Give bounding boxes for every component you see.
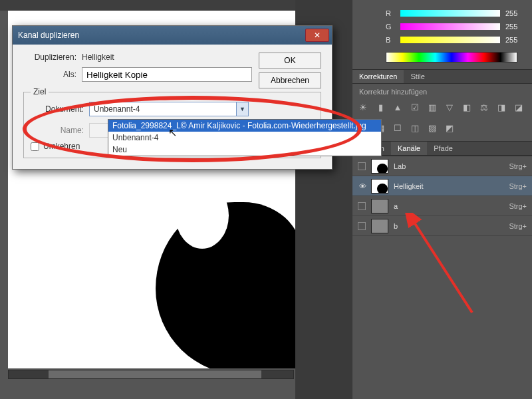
channel-name: Lab	[394, 162, 509, 170]
spectrum-bar[interactable]	[386, 52, 517, 63]
duplicate-label: Duplizieren:	[23, 53, 76, 62]
ok-button[interactable]: OK	[259, 53, 321, 68]
channel-shortcut: Strg+	[509, 202, 527, 210]
document-row: Dokument: Unbenannt-4 ▼ Fotolia_2998824_…	[31, 102, 314, 116]
adjust-icon[interactable]: ▽	[444, 102, 455, 113]
visibility-checkbox[interactable]	[358, 222, 366, 230]
dialog-titlebar[interactable]: Kanal duplizieren ✕	[13, 26, 332, 45]
close-button[interactable]: ✕	[305, 29, 329, 42]
rgb-slider-b[interactable]	[400, 37, 500, 43]
tab-kanaele[interactable]: Kanäle	[391, 142, 427, 155]
channel-shortcut: Strg+	[509, 222, 527, 230]
dropdown-option[interactable]: Fotolia_2998824_L© Amir Kaljikovic - Fot…	[108, 120, 381, 132]
channel-row-lab[interactable]: Lab Strg+	[352, 156, 532, 176]
canvas-tabstrip	[0, 0, 295, 11]
adjust-icon[interactable]: ☑	[410, 102, 420, 113]
adjustments-heading: Korrektur hinzufügen	[352, 84, 532, 100]
tab-stile[interactable]: Stile	[404, 70, 431, 83]
adjust-icon[interactable]: ◪	[513, 102, 524, 113]
combo-value: Unbenannt-4	[90, 104, 236, 114]
fieldset-legend: Ziel	[31, 87, 49, 96]
rgb-value[interactable]: 255	[505, 36, 525, 44]
channel-shortcut: Strg+	[509, 162, 527, 170]
dialog-body: OK Abbrechen Duplizieren: Helligkeit Als…	[13, 45, 332, 169]
adjustments-tabs: Korrekturen Stile	[352, 69, 532, 84]
rgb-row-b: B 255	[386, 33, 525, 47]
document-combo[interactable]: Unbenannt-4 ▼	[89, 102, 249, 116]
channel-row-a[interactable]: a Strg+	[352, 196, 532, 216]
adjust-icon[interactable]: ▨	[427, 123, 438, 134]
image-content	[156, 202, 295, 368]
channel-thumb	[371, 179, 388, 194]
chevron-down-icon[interactable]: ▼	[236, 102, 248, 116]
rgb-slider-r[interactable]	[400, 10, 500, 17]
channel-row-helligkeit[interactable]: 👁 Helligkeit Strg+	[352, 176, 532, 196]
dropdown-option[interactable]: Neu	[108, 144, 381, 156]
cancel-button[interactable]: Abbrechen	[259, 72, 321, 88]
tab-pfade[interactable]: Pfade	[427, 142, 460, 155]
rgb-row-g: G 255	[386, 20, 525, 33]
rgb-row-r: R 255	[386, 7, 525, 20]
channel-thumb	[371, 199, 388, 213]
as-input[interactable]	[82, 67, 252, 82]
invert-label: Umkehren	[43, 142, 80, 151]
dialog-title: Kanal duplizieren	[18, 31, 305, 40]
channels-list: Lab Strg+ 👁 Helligkeit Strg+ a Strg+ b S…	[352, 156, 532, 236]
adjust-icon[interactable]: ◨	[496, 102, 507, 113]
channel-thumb	[371, 219, 388, 233]
channel-row-b[interactable]: b Strg+	[352, 216, 532, 236]
dropdown-option[interactable]: Unbenannt-4	[108, 132, 381, 144]
rgb-value[interactable]: 255	[505, 23, 525, 31]
adjust-icon[interactable]: ⚖	[479, 102, 489, 113]
tab-korrekturen[interactable]: Korrekturen	[352, 70, 404, 83]
scrollbar-thumb[interactable]	[49, 370, 261, 378]
rgb-label: R	[386, 9, 395, 17]
rgb-slider-g[interactable]	[400, 23, 500, 30]
visibility-checkbox[interactable]	[358, 202, 366, 210]
adjust-icon[interactable]: ▲	[392, 102, 403, 113]
horizontal-scrollbar[interactable]	[8, 370, 294, 379]
color-panel: R 255 G 255 B 255	[352, 0, 532, 69]
right-panels: R 255 G 255 B 255 Korrekturen Stile Korr…	[352, 0, 532, 399]
visibility-eye-icon[interactable]: 👁	[358, 182, 367, 190]
rgb-value[interactable]: 255	[505, 9, 525, 17]
document-dropdown: Fotolia_2998824_L© Amir Kaljikovic - Fot…	[108, 119, 382, 156]
adjust-icon[interactable]: ◧	[462, 102, 472, 113]
adjust-icon[interactable]: ◫	[410, 123, 420, 134]
as-label: Als:	[23, 70, 76, 79]
visibility-checkbox[interactable]	[358, 162, 366, 170]
target-fieldset: Ziel Dokument: Unbenannt-4 ▼ Fotolia_299…	[23, 87, 321, 158]
channel-thumb	[371, 159, 388, 174]
adjust-icon[interactable]: ▥	[427, 102, 438, 113]
duplicate-channel-dialog: Kanal duplizieren ✕ OK Abbrechen Duplizi…	[12, 25, 332, 170]
channel-name: a	[394, 202, 509, 210]
document-label: Dokument:	[31, 104, 84, 114]
duplicate-value: Helligkeit	[82, 53, 114, 62]
adjust-icon[interactable]: ☀	[358, 102, 368, 113]
channel-name: b	[394, 222, 509, 230]
adjust-icon[interactable]: ◩	[444, 123, 455, 134]
rgb-label: G	[386, 23, 395, 31]
invert-checkbox[interactable]	[31, 142, 39, 151]
channel-name: Helligkeit	[394, 182, 509, 190]
adjust-icon[interactable]: ☐	[392, 123, 403, 134]
channel-shortcut: Strg+	[509, 182, 527, 190]
adjust-icon[interactable]: ▮	[375, 102, 386, 113]
rgb-label: B	[386, 36, 395, 44]
name-label: Name:	[31, 126, 84, 135]
